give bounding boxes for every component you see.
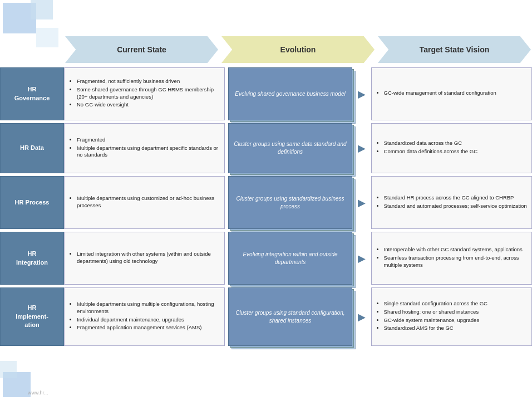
target-box-process: Standard HR process across the GC aligne…: [371, 176, 532, 229]
arrow-implementation: ▶: [356, 287, 368, 346]
sidebar-item-implementation: HR Implement- ation: [0, 287, 64, 346]
evo-card-front-data: Cluster groups using same data standard …: [228, 123, 352, 173]
arrow-integration: ▶: [356, 232, 368, 285]
content-row-implementation: Multiple departments using multiple conf…: [64, 287, 532, 346]
header-row: Current State Evolution Target State Vis…: [64, 36, 532, 63]
evo-card-front-process: Cluster groups using standardized busine…: [228, 176, 352, 229]
content-row-integration: Limited integration with other systems (…: [64, 232, 532, 285]
evolution-wrap-integration: Evolving integration within and outside …: [228, 232, 352, 285]
arrow-governance: ▶: [356, 67, 368, 120]
current-box-process: Multiple departments using customized or…: [64, 176, 225, 229]
bg-decoration-topleft: [0, 0, 72, 72]
evolution-header: Evolution: [221, 36, 375, 63]
sidebar-item-process: HR Process: [0, 176, 64, 229]
target-box-governance: GC-wide management of standard configura…: [371, 67, 532, 120]
sidebar-item-integration: HR Integration: [0, 232, 64, 285]
evolution-wrap-implementation: Cluster groups using standard configurat…: [228, 287, 352, 346]
current-state-header: Current State: [65, 36, 218, 63]
target-state-header: Target State Vision: [378, 36, 531, 63]
evo-card-front-governance: Evolving shared governance business mode…: [228, 67, 352, 120]
sidebar-item-governance: HR Governance: [0, 67, 64, 120]
target-box-integration: Interoperable with other GC standard sys…: [371, 232, 532, 285]
current-box-data: FragmentedMultiple departments using dep…: [64, 123, 225, 173]
sidebar: HR GovernanceHR DataHR ProcessHR Integra…: [0, 67, 64, 346]
content-rows: Fragmented, not sufficiently business dr…: [64, 67, 532, 346]
evo-card-front-implementation: Cluster groups using standard configurat…: [228, 287, 352, 346]
current-box-integration: Limited integration with other systems (…: [64, 232, 225, 285]
evolution-wrap-data: Cluster groups using same data standard …: [228, 123, 352, 173]
arrow-process: ▶: [356, 176, 368, 229]
target-box-data: Standardized data across the GCCommon da…: [371, 123, 532, 173]
content-row-process: Multiple departments using customized or…: [64, 176, 532, 229]
content-row-data: FragmentedMultiple departments using dep…: [64, 123, 532, 173]
main-content: Current State Evolution Target State Vis…: [64, 36, 532, 389]
current-box-governance: Fragmented, not sufficiently business dr…: [64, 67, 225, 120]
evolution-wrap-process: Cluster groups using standardized busine…: [228, 176, 352, 229]
content-row-governance: Fragmented, not sufficiently business dr…: [64, 67, 532, 120]
evolution-wrap-governance: Evolving shared governance business mode…: [228, 67, 352, 120]
current-box-implementation: Multiple departments using multiple conf…: [64, 287, 225, 346]
arrow-data: ▶: [356, 123, 368, 173]
evo-card-front-integration: Evolving integration within and outside …: [228, 232, 352, 285]
target-box-implementation: Single standard configuration across the…: [371, 287, 532, 346]
sidebar-item-data: HR Data: [0, 123, 64, 173]
watermark: www.hr...: [28, 390, 48, 396]
